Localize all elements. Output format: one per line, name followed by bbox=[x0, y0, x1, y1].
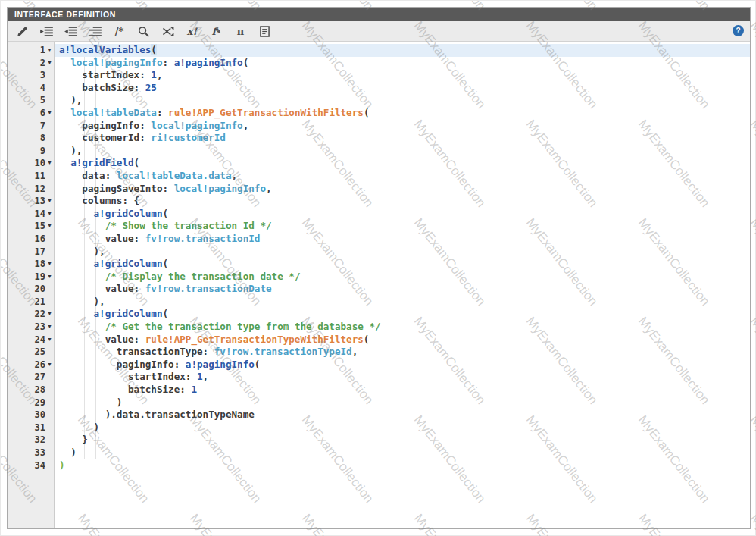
code-text[interactable]: ), bbox=[55, 145, 750, 158]
test-rule-icon[interactable] bbox=[258, 25, 272, 38]
code-text[interactable]: batchSize: 1 bbox=[55, 384, 750, 397]
code-line-20: 20 value: fv!row.transactionDate bbox=[8, 283, 750, 296]
fold-toggle-icon[interactable]: ▾ bbox=[45, 208, 54, 221]
edit-pencil-icon[interactable] bbox=[15, 25, 30, 38]
search-icon[interactable] bbox=[136, 25, 151, 38]
fold-toggle-icon[interactable]: ▾ bbox=[45, 308, 54, 321]
pi-function-icon[interactable]: π bbox=[233, 25, 248, 38]
expression-error-icon[interactable]: x! bbox=[185, 25, 199, 38]
function-edit-extra-glyph: ✎ bbox=[215, 27, 221, 35]
token-pl: , bbox=[266, 183, 272, 194]
code-text[interactable]: pagingInfo: local!pagingInfo, bbox=[55, 120, 750, 133]
gutter-cell: 20 bbox=[8, 283, 55, 296]
code-text[interactable]: ), bbox=[55, 94, 750, 107]
code-line-23: 23▾ /* Get the transaction type from the… bbox=[8, 321, 750, 334]
token-pl: columns: { bbox=[59, 195, 139, 206]
code-line-13: 13▾ columns: { bbox=[8, 195, 750, 208]
fold-toggle-icon[interactable]: ▾ bbox=[45, 258, 54, 271]
gutter-cell: 23▾ bbox=[8, 321, 55, 334]
token-pl bbox=[59, 208, 94, 219]
code-line-8: 8 customerId: ri!customerId bbox=[8, 132, 750, 145]
code-text[interactable]: data: local!tableData.data, bbox=[55, 170, 750, 183]
token-num: 1 bbox=[197, 371, 203, 382]
line-number: 7 bbox=[40, 120, 45, 133]
indent-icon[interactable] bbox=[39, 25, 54, 38]
line-number: 24 bbox=[35, 334, 45, 346]
line-number: 25 bbox=[35, 346, 45, 359]
gutter-cell: 18▾ bbox=[8, 258, 55, 271]
token-pl bbox=[59, 220, 105, 231]
line-number: 34 bbox=[35, 459, 45, 472]
token-pl: , bbox=[203, 371, 209, 382]
outdent-icon[interactable] bbox=[64, 25, 78, 38]
token-fn: a!localVariables bbox=[59, 44, 151, 55]
code-text[interactable]: ) bbox=[55, 422, 750, 434]
code-text[interactable]: batchSize: 25 bbox=[55, 82, 750, 95]
gutter-cell: 1▾ bbox=[8, 44, 55, 57]
line-number: 15 bbox=[35, 220, 45, 233]
code-text[interactable]: a!gridField( bbox=[55, 157, 750, 170]
fold-toggle-icon[interactable]: ▾ bbox=[45, 359, 54, 371]
code-text[interactable]: value: fv!row.transactionId bbox=[55, 233, 750, 246]
code-text[interactable]: pagingSaveInto: local!pagingInfo, bbox=[55, 183, 750, 196]
code-text[interactable]: /* Display the transaction date */ bbox=[55, 271, 750, 284]
fold-toggle-icon[interactable]: ▾ bbox=[45, 220, 54, 233]
code-text[interactable]: /* Get the transaction type from the dat… bbox=[55, 321, 750, 334]
code-text[interactable]: ) bbox=[55, 459, 750, 472]
swap-expression-icon[interactable] bbox=[161, 25, 175, 38]
code-text[interactable]: value: fv!row.transactionDate bbox=[55, 283, 750, 296]
code-text[interactable]: startIndex: 1, bbox=[55, 69, 750, 82]
code-line-19: 19▾ /* Display the transaction date */ bbox=[8, 271, 750, 284]
code-text[interactable]: a!localVariables( bbox=[55, 44, 750, 57]
code-text[interactable]: local!tableData: rule!APP_GetTransaction… bbox=[55, 107, 750, 120]
code-text[interactable]: } bbox=[55, 434, 750, 447]
gutter-cell: 7 bbox=[8, 120, 55, 133]
fold-toggle-icon[interactable]: ▾ bbox=[45, 271, 54, 284]
help-icon[interactable]: ? bbox=[733, 25, 744, 36]
fold-toggle-icon[interactable]: ▾ bbox=[45, 107, 54, 120]
code-text[interactable]: value: rule!APP_GetTransactionTypeWithFi… bbox=[55, 334, 750, 346]
code-text[interactable]: local!pagingInfo: a!pagingInfo( bbox=[55, 57, 750, 70]
token-pl: ), bbox=[59, 145, 82, 156]
line-number: 21 bbox=[35, 296, 45, 309]
token-num: 25 bbox=[145, 82, 157, 93]
fold-toggle-icon[interactable]: ▾ bbox=[45, 44, 54, 57]
function-edit-icon[interactable]: f✎ bbox=[209, 25, 223, 38]
fold-toggle-icon[interactable]: ▾ bbox=[45, 321, 54, 334]
code-text[interactable]: a!gridColumn( bbox=[55, 308, 750, 321]
token-var: fv!row.transactionId bbox=[145, 233, 261, 244]
token-pl: ( bbox=[134, 157, 140, 168]
code-text[interactable]: a!gridColumn( bbox=[55, 258, 750, 271]
fold-toggle-icon[interactable]: ▾ bbox=[45, 57, 54, 70]
screenshot-root: INTERFACE DEFINITION /*x!f✎π? 1▾a!localV… bbox=[0, 0, 756, 536]
code-text[interactable]: transactionType: fv!row.transactionTypeI… bbox=[55, 346, 750, 359]
token-var: local!pagingInfo bbox=[174, 183, 266, 194]
code-text[interactable]: ), bbox=[55, 296, 750, 309]
code-text[interactable]: ).data.transactionTypeName bbox=[55, 409, 750, 422]
code-line-22: 22▾ a!gridColumn( bbox=[8, 308, 750, 321]
fold-toggle-icon[interactable]: ▾ bbox=[45, 157, 54, 170]
code-text[interactable]: ) bbox=[55, 447, 750, 459]
code-editor[interactable]: 1▾a!localVariables(2▾ local!pagingInfo: … bbox=[8, 42, 750, 528]
fold-toggle-icon[interactable]: ▾ bbox=[45, 195, 54, 208]
token-pl: ) bbox=[59, 447, 77, 458]
code-text[interactable]: startIndex: 1, bbox=[55, 371, 750, 384]
code-text[interactable]: a!gridColumn( bbox=[55, 208, 750, 221]
fold-toggle-icon[interactable]: ▾ bbox=[45, 334, 54, 346]
line-number: 31 bbox=[35, 422, 45, 434]
gutter-cell: 5 bbox=[8, 94, 55, 107]
code-text[interactable]: pagingInfo: a!pagingInfo( bbox=[55, 359, 750, 371]
code-text[interactable]: columns: { bbox=[55, 195, 750, 208]
format-code-icon[interactable] bbox=[88, 25, 102, 38]
code-line-11: 11 data: local!tableData.data, bbox=[8, 170, 750, 183]
gutter-cell: 24▾ bbox=[8, 334, 55, 346]
token-cmt: /* Show the transaction Id */ bbox=[105, 220, 272, 231]
code-text[interactable]: ), bbox=[55, 246, 750, 259]
token-pl: , bbox=[157, 69, 163, 80]
comment-toggle-icon[interactable]: /* bbox=[112, 25, 127, 38]
code-text[interactable]: ) bbox=[55, 397, 750, 409]
code-text[interactable]: /* Show the transaction Id */ bbox=[55, 220, 750, 233]
code-text[interactable]: customerId: ri!customerId bbox=[55, 132, 750, 145]
code-line-17: 17 ), bbox=[8, 246, 750, 259]
expression-editor-panel: INTERFACE DEFINITION /*x!f✎π? 1▾a!localV… bbox=[7, 7, 751, 529]
